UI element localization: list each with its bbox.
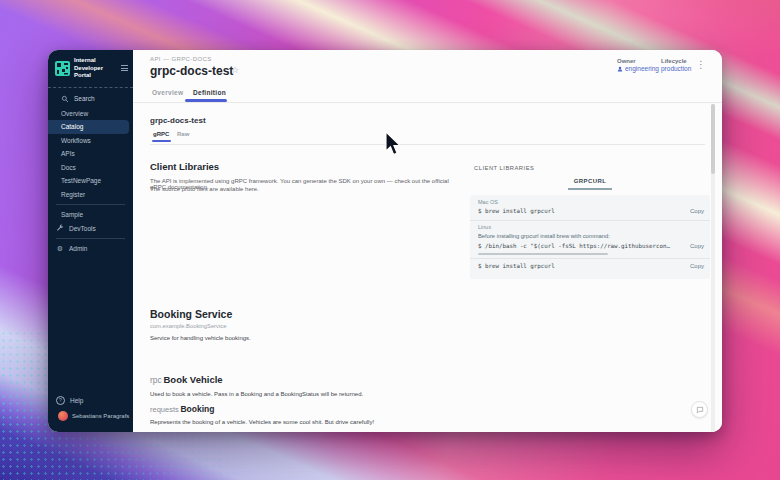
- copy-button[interactable]: Copy: [690, 263, 704, 269]
- sidebar-item-overview[interactable]: Overview: [48, 107, 133, 121]
- linux-label: Linux: [478, 224, 491, 230]
- client-libraries-heading: Client Libraries: [150, 161, 219, 172]
- sidebar-item-label: Search: [74, 95, 95, 102]
- sidebar-item-catalog[interactable]: Catalog: [48, 120, 129, 134]
- help-icon: ?: [56, 396, 65, 405]
- rpc-name: Book Vehicle: [163, 374, 222, 385]
- sidebar-divider: [56, 238, 125, 239]
- sidebar-item-label: APIs: [61, 150, 75, 157]
- owner-label: Owner: [617, 58, 659, 64]
- search-icon: [61, 95, 69, 103]
- request-keyword: requests: [150, 405, 179, 414]
- sidebar-item-label: TestNewPage: [61, 177, 101, 184]
- tab-raw[interactable]: Raw: [177, 131, 189, 137]
- gear-icon: ⚙: [56, 245, 64, 252]
- sidebar-user[interactable]: Sebastians Paragrafs: [48, 407, 133, 425]
- rpc-description: Used to book a vehicle. Pass in a Bookin…: [150, 391, 363, 397]
- macos-label: Mac OS: [478, 199, 498, 205]
- grpcurl-tab-indicator: [568, 188, 612, 190]
- sidebar-item-devtools[interactable]: DevTools: [48, 222, 133, 236]
- user-name: Sebastians Paragrafs: [72, 413, 129, 419]
- sidebar-item-apis[interactable]: APIs: [48, 147, 133, 161]
- tab-definition[interactable]: Definition: [193, 89, 226, 96]
- sidebar-item-label: Docs: [61, 164, 76, 171]
- sidebar: Internal Developer Portal Search Overvie…: [48, 50, 133, 432]
- sidebar-divider: [48, 87, 133, 88]
- sidebar-item-label: Catalog: [61, 123, 83, 130]
- screen: { "theme": { "wallpaper_purple": "#a56ae…: [0, 0, 780, 480]
- app-window: Internal Developer Portal Search Overvie…: [48, 50, 722, 432]
- tab-overview[interactable]: Overview: [152, 89, 183, 96]
- client-libraries-description-2: The source proto files are available her…: [150, 186, 462, 192]
- sidebar-item-admin[interactable]: ⚙ Admin: [48, 242, 133, 256]
- sidebar-footer: ? Help Sebastians Paragrafs: [48, 394, 133, 433]
- copy-button[interactable]: Copy: [690, 243, 704, 249]
- sidebar-divider: [56, 204, 125, 205]
- main-content: API — GRPC-DOCS grpc-docs-test ☆ Owner e…: [133, 50, 722, 432]
- linux-command-2: $ brew install grpcurl: [478, 263, 668, 269]
- sidebar-item-help[interactable]: ? Help: [48, 394, 133, 408]
- box-divider: [470, 258, 710, 259]
- rpc-heading: rpc Book Vehicle: [150, 374, 223, 385]
- sidebar-item-register[interactable]: Register: [48, 188, 133, 202]
- horizontal-scrollbar[interactable]: [478, 253, 608, 255]
- sidebar-item-label: DevTools: [69, 225, 96, 232]
- service-name: Booking Service: [150, 308, 232, 320]
- scrollbar-thumb[interactable]: [711, 104, 715, 174]
- tab-grpc[interactable]: gRPC: [153, 131, 169, 137]
- sidebar-item-label: Overview: [61, 110, 88, 117]
- logo-row: Internal Developer Portal: [48, 50, 133, 85]
- rpc-keyword: rpc: [150, 375, 162, 385]
- tab-grpcurl[interactable]: GRPCURL: [470, 178, 710, 184]
- owner-link[interactable]: engineering: [617, 65, 659, 72]
- request-heading: requests Booking: [150, 404, 214, 414]
- page-title: grpc-docs-test: [150, 64, 233, 78]
- sidebar-item-label: Workflows: [61, 137, 91, 144]
- service-fqn: com.example.BookingService: [150, 323, 226, 329]
- request-description: Represents the booking of a vehicle. Veh…: [150, 419, 374, 425]
- lifecycle-block: Lifecycle production: [661, 58, 691, 72]
- portal-title: Internal Developer Portal: [74, 57, 117, 80]
- service-description: Service for handling vehicle bookings.: [150, 335, 251, 341]
- user-avatar: [58, 411, 68, 421]
- linux-note: Before installing grpcurl install brew w…: [478, 233, 610, 239]
- macos-command: $ brew install grpcurl: [478, 208, 668, 214]
- copy-button[interactable]: Copy: [690, 208, 704, 214]
- install-commands-box: Mac OS $ brew install grpcurl Copy Linux…: [470, 195, 710, 279]
- sidebar-item-testnewpage[interactable]: TestNewPage: [48, 174, 133, 188]
- box-divider: [470, 220, 710, 221]
- wrench-icon: [56, 224, 64, 232]
- sidebar-item-sample[interactable]: Sample: [48, 208, 133, 222]
- chat-bubble-icon: [696, 406, 704, 414]
- request-name: Booking: [180, 404, 214, 414]
- linux-command-1: $ /bin/bash -c "$(curl -fsSL https://raw…: [478, 243, 673, 249]
- panel-title: CLIENT LIBRARIES: [474, 165, 534, 171]
- breadcrumb[interactable]: API — GRPC-DOCS: [150, 56, 212, 62]
- grpc-tab-indicator: [152, 140, 171, 142]
- sidebar-item-workflows[interactable]: Workflows: [48, 134, 133, 148]
- sidebar-item-label: Help: [70, 397, 83, 404]
- sidebar-item-label: Admin: [69, 245, 87, 252]
- support-button[interactable]: [691, 401, 708, 418]
- sidebar-nav: Overview Catalog Workflows APIs Docs Tes…: [48, 107, 133, 256]
- star-icon[interactable]: ☆: [231, 65, 239, 75]
- sidebar-item-label: Register: [61, 191, 85, 198]
- lifecycle-label: Lifecycle: [661, 58, 691, 64]
- card-divider: [150, 144, 705, 145]
- lifecycle-link[interactable]: production: [661, 65, 691, 72]
- sidebar-item-docs[interactable]: Docs: [48, 161, 133, 175]
- person-icon: [617, 66, 623, 72]
- definition-card-title: grpc-docs-test: [150, 116, 206, 125]
- kebab-menu-icon[interactable]: ⋮: [696, 59, 706, 70]
- sidebar-item-label: Sample: [61, 211, 83, 218]
- portal-logo-icon: [55, 61, 70, 76]
- owner-block: Owner engineering: [617, 58, 659, 72]
- hamburger-icon[interactable]: [121, 65, 128, 71]
- sidebar-item-search[interactable]: Search: [48, 91, 133, 107]
- header-divider: [133, 102, 722, 103]
